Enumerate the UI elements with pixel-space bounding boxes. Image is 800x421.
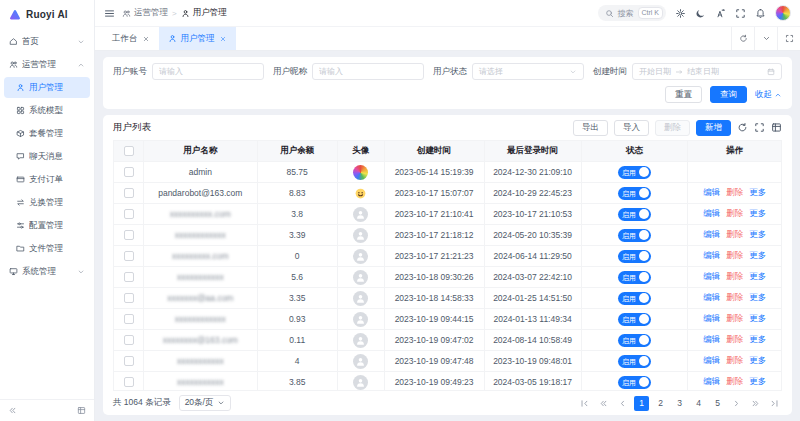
row-checkbox[interactable] — [124, 356, 134, 366]
back-five-pages-button[interactable] — [596, 396, 611, 411]
collapse-filters-link[interactable]: 收起 — [755, 89, 782, 101]
status-toggle[interactable]: 启用 — [618, 313, 651, 326]
delete-row-link[interactable]: 删除 — [726, 292, 743, 302]
edit-row-link[interactable]: 编辑 — [703, 271, 720, 281]
status-toggle[interactable]: 启用 — [618, 355, 651, 368]
edit-row-link[interactable]: 编辑 — [703, 208, 720, 218]
sidebar-item-system[interactable]: 系统管理 — [4, 261, 90, 282]
row-checkbox[interactable] — [124, 293, 134, 303]
more-row-link[interactable]: 更多 — [749, 334, 766, 344]
forward-five-pages-button[interactable] — [748, 396, 763, 411]
reset-button[interactable]: 重置 — [665, 86, 702, 103]
status-toggle[interactable]: 启用 — [618, 292, 651, 305]
status-toggle[interactable]: 启用 — [618, 250, 651, 263]
page-number-1[interactable]: 1 — [634, 396, 649, 411]
status-toggle[interactable]: 启用 — [618, 166, 651, 179]
delete-row-link[interactable]: 删除 — [726, 313, 743, 323]
delete-row-link[interactable]: 删除 — [726, 334, 743, 344]
status-toggle[interactable]: 启用 — [618, 271, 651, 284]
last-page-button[interactable] — [767, 396, 782, 411]
delete-row-link[interactable]: 删除 — [726, 355, 743, 365]
edit-row-link[interactable]: 编辑 — [703, 292, 720, 302]
row-checkbox[interactable] — [124, 314, 134, 324]
row-checkbox[interactable] — [124, 272, 134, 282]
delete-button[interactable]: 删除 — [655, 120, 690, 136]
tab-user-management[interactable]: 用户管理 — [159, 27, 236, 50]
tab-workbench[interactable]: 工作台 — [103, 27, 159, 50]
hamburger-menu-icon[interactable] — [104, 8, 115, 19]
more-row-link[interactable]: 更多 — [749, 271, 766, 281]
close-icon[interactable] — [219, 35, 227, 43]
delete-row-link[interactable]: 删除 — [726, 271, 743, 281]
delete-row-link[interactable]: 删除 — [726, 229, 743, 239]
breadcrumb-item-operations[interactable]: 运营管理 — [122, 7, 168, 19]
nickname-input[interactable] — [312, 63, 424, 80]
page-number-5[interactable]: 5 — [710, 396, 725, 411]
row-checkbox[interactable] — [124, 377, 134, 387]
refresh-table-icon[interactable] — [737, 122, 748, 133]
delete-row-link[interactable]: 删除 — [726, 250, 743, 260]
export-button[interactable]: 导出 — [573, 120, 608, 136]
fullscreen-table-icon[interactable] — [754, 122, 765, 133]
previous-page-button[interactable] — [615, 396, 630, 411]
settings-icon[interactable] — [675, 8, 686, 19]
sidebar-item-files[interactable]: 文件管理 — [4, 238, 90, 259]
status-toggle[interactable]: 启用 — [618, 334, 651, 347]
column-settings-icon[interactable] — [771, 122, 782, 133]
breadcrumb-item-user-management[interactable]: 用户管理 — [181, 7, 227, 19]
sidebar-item-payment-orders[interactable]: 支付订单 — [4, 169, 90, 190]
collapse-sidebar-icon[interactable] — [8, 406, 17, 415]
user-avatar[interactable] — [775, 5, 791, 21]
refresh-tab-button[interactable] — [731, 27, 754, 50]
account-input[interactable] — [152, 63, 264, 80]
created-daterange[interactable]: 开始日期 结束日期 — [632, 63, 782, 80]
edit-row-link[interactable]: 编辑 — [703, 229, 720, 239]
delete-row-link[interactable]: 删除 — [726, 208, 743, 218]
sidebar-layout-icon[interactable] — [77, 406, 86, 415]
import-button[interactable]: 导入 — [614, 120, 649, 136]
first-page-button[interactable] — [577, 396, 592, 411]
query-button[interactable]: 查询 — [710, 86, 747, 103]
row-checkbox[interactable] — [124, 251, 134, 261]
more-row-link[interactable]: 更多 — [749, 376, 766, 386]
dark-mode-icon[interactable] — [695, 8, 706, 19]
row-checkbox[interactable] — [124, 188, 134, 198]
sidebar-item-redemption[interactable]: 兑换管理 — [4, 192, 90, 213]
row-checkbox[interactable] — [124, 167, 134, 177]
more-row-link[interactable]: 更多 — [749, 229, 766, 239]
status-toggle[interactable]: 启用 — [618, 229, 651, 242]
sidebar-item-system-models[interactable]: 系统模型 — [4, 100, 90, 121]
edit-row-link[interactable]: 编辑 — [703, 313, 720, 323]
sidebar-item-operations[interactable]: 运营管理 — [4, 54, 90, 75]
page-number-2[interactable]: 2 — [653, 396, 668, 411]
more-row-link[interactable]: 更多 — [749, 250, 766, 260]
next-page-button[interactable] — [729, 396, 744, 411]
maximize-content-button[interactable] — [777, 27, 800, 50]
edit-row-link[interactable]: 编辑 — [703, 376, 720, 386]
select-all-checkbox[interactable] — [124, 146, 134, 156]
more-row-link[interactable]: 更多 — [749, 208, 766, 218]
delete-row-link[interactable]: 删除 — [726, 376, 743, 386]
row-checkbox[interactable] — [124, 230, 134, 240]
status-select[interactable]: 请选择 — [472, 63, 584, 80]
edit-row-link[interactable]: 编辑 — [703, 334, 720, 344]
fullscreen-icon[interactable] — [735, 8, 746, 19]
more-row-link[interactable]: 更多 — [749, 313, 766, 323]
language-icon[interactable] — [715, 8, 726, 19]
edit-row-link[interactable]: 编辑 — [703, 355, 720, 365]
row-checkbox[interactable] — [124, 335, 134, 345]
page-number-3[interactable]: 3 — [672, 396, 687, 411]
page-number-4[interactable]: 4 — [691, 396, 706, 411]
edit-row-link[interactable]: 编辑 — [703, 250, 720, 260]
sidebar-item-user-management[interactable]: 用户管理 — [4, 77, 90, 98]
edit-row-link[interactable]: 编辑 — [703, 187, 720, 197]
delete-row-link[interactable]: 删除 — [726, 187, 743, 197]
status-toggle[interactable]: 启用 — [618, 187, 651, 200]
more-row-link[interactable]: 更多 — [749, 187, 766, 197]
status-toggle[interactable]: 启用 — [618, 376, 651, 389]
more-row-link[interactable]: 更多 — [749, 292, 766, 302]
notifications-icon[interactable] — [755, 8, 766, 19]
sidebar-item-packages[interactable]: 套餐管理 — [4, 123, 90, 144]
brand[interactable]: Ruoyi Al — [0, 0, 94, 28]
sidebar-item-home[interactable]: 首页 — [4, 31, 90, 52]
